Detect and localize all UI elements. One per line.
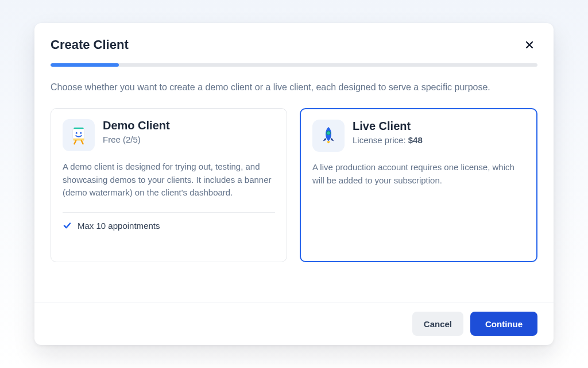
svg-line-6 — [82, 141, 83, 144]
price-value: $48 — [408, 135, 423, 145]
svg-point-3 — [80, 132, 82, 134]
feature-label: Max 10 appointments — [78, 221, 160, 231]
continue-button[interactable]: Continue — [470, 312, 537, 336]
option-title: Live Client — [353, 120, 423, 133]
option-demo-client[interactable]: Demo Client Free (2/5) A demo client is … — [51, 108, 287, 262]
option-live-client[interactable]: Live Client License price: $48 A live pr… — [300, 108, 537, 262]
close-icon — [525, 40, 534, 49]
feature-max-appointments: Max 10 appointments — [63, 221, 275, 231]
create-client-modal: Create Client Choose whether you want to… — [34, 23, 554, 345]
close-button[interactable] — [521, 37, 537, 53]
live-client-icon — [312, 120, 345, 152]
modal-header: Create Client — [34, 23, 554, 63]
option-head-text: Demo Client Free (2/5) — [103, 119, 170, 144]
option-head: Live Client License price: $48 — [312, 120, 525, 152]
svg-rect-1 — [73, 129, 85, 139]
option-description: A demo client is designed for trying out… — [63, 160, 275, 200]
svg-line-5 — [74, 141, 76, 144]
check-icon — [63, 221, 72, 230]
svg-point-7 — [327, 131, 331, 135]
modal-body: Choose whether you want to create a demo… — [34, 67, 554, 302]
option-subtitle: Free (2/5) — [103, 135, 170, 144]
option-group: Demo Client Free (2/5) A demo client is … — [51, 108, 537, 262]
option-description: A live production account requires one l… — [312, 161, 525, 187]
option-title: Demo Client — [103, 119, 170, 132]
step-description: Choose whether you want to create a demo… — [51, 80, 510, 94]
cancel-button[interactable]: Cancel — [412, 312, 463, 336]
option-subtitle: License price: $48 — [353, 135, 423, 145]
divider — [63, 212, 275, 213]
option-head-text: Live Client License price: $48 — [353, 120, 423, 145]
price-label: License price: — [353, 135, 408, 145]
modal-footer: Cancel Continue — [34, 302, 554, 345]
option-head: Demo Client Free (2/5) — [63, 119, 275, 151]
svg-point-2 — [76, 132, 78, 134]
demo-client-icon — [63, 119, 95, 151]
modal-title: Create Client — [51, 37, 129, 52]
svg-rect-4 — [74, 139, 84, 141]
